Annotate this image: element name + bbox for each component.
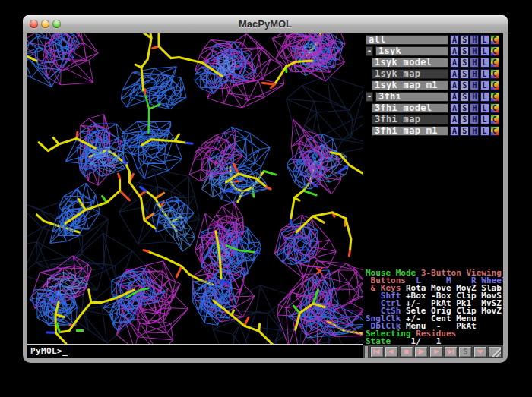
c-menu-button-3fhi_map_m1[interactable]: C [490, 126, 499, 136]
window-title: MacPyMOL [23, 18, 508, 30]
object-row-1syk_map_m1: 1syk_map_m1ASHLC [363, 80, 503, 90]
object-name-1syk_model[interactable]: 1syk_model [372, 58, 448, 68]
mouse-panel-line-9: State 1/ 1 [366, 338, 441, 345]
a-menu-button-1syk_map_m1[interactable]: A [450, 80, 459, 90]
desktop: MacPyMOL PyMOL>_ allASHLC-1sykASHLC1syk_… [0, 0, 532, 397]
skip-end-icon [445, 347, 457, 357]
down-arrow-icon [474, 347, 486, 357]
grip-icon [489, 347, 501, 357]
a-menu-button-1syk_map[interactable]: A [450, 69, 459, 79]
c-menu-button-all[interactable]: C [490, 35, 499, 45]
object-name-1syk[interactable]: 1syk [375, 46, 448, 56]
skip-start-button[interactable] [370, 346, 384, 358]
l-menu-button-3fhi_map[interactable]: L [480, 115, 489, 124]
a-menu-button-1syk_model[interactable]: A [450, 58, 459, 68]
s-menu-button-3fhi_map_m1[interactable]: S [460, 126, 469, 136]
playback-controls: S [363, 345, 503, 358]
s-menu-button-all[interactable]: S [460, 35, 469, 45]
object-row-3fhi_model: 3fhi_modelASHLC [363, 103, 503, 113]
h-menu-button-1syk_map_m1[interactable]: H [470, 80, 479, 90]
scene-button[interactable]: S [458, 346, 472, 358]
h-menu-button-all[interactable]: H [470, 35, 479, 45]
object-row-3fhi: -3fhiASHLC [363, 92, 503, 102]
h-menu-button-1syk_map[interactable]: H [470, 69, 479, 79]
stop-button[interactable] [400, 346, 413, 358]
a-menu-button-1syk[interactable]: A [450, 46, 459, 56]
object-row-3fhi_map: 3fhi_mapASHLC [363, 115, 503, 124]
object-row-1syk_model: 1syk_modelASHLC [363, 58, 503, 68]
collapse-toggle-3fhi[interactable]: - [366, 92, 373, 102]
a-menu-button-3fhi_map_m1[interactable]: A [450, 126, 459, 136]
s-menu-button-1syk_model[interactable]: S [460, 58, 469, 68]
h-menu-button-1syk_model[interactable]: H [470, 58, 479, 68]
l-menu-button-1syk_map[interactable]: L [480, 69, 489, 79]
l-menu-button-3fhi_map_m1[interactable]: L [480, 126, 489, 136]
skip-start-icon [371, 347, 383, 357]
command-prompt[interactable]: PyMOL>_ [27, 344, 363, 358]
play-icon [415, 347, 427, 357]
a-menu-button-3fhi_model[interactable]: A [450, 103, 459, 113]
l-menu-button-all[interactable]: L [480, 35, 489, 45]
l-menu-button-1syk_model[interactable]: L [480, 58, 489, 68]
h-menu-button-3fhi[interactable]: H [470, 92, 479, 102]
h-menu-button-3fhi_map_m1[interactable]: H [470, 126, 479, 136]
s-menu-button-1syk_map[interactable]: S [460, 69, 469, 79]
control-panel: allASHLC-1sykASHLC1syk_modelASHLC1syk_ma… [363, 33, 503, 358]
c-menu-button-3fhi_model[interactable]: C [490, 103, 499, 113]
object-name-1syk_map[interactable]: 1syk_map [372, 69, 448, 79]
step-back-icon [385, 347, 397, 357]
c-menu-button-1syk_map[interactable]: C [490, 69, 499, 79]
resize-grip[interactable] [488, 346, 502, 358]
object-name-all[interactable]: all [366, 35, 448, 45]
l-menu-button-1syk[interactable]: L [480, 46, 489, 56]
c-menu-button-1syk_map_m1[interactable]: C [490, 80, 499, 90]
object-row-all: allASHLC [363, 35, 503, 45]
title-bar[interactable]: MacPyMOL [23, 15, 508, 33]
step-forward-button[interactable] [429, 346, 443, 358]
object-row-1syk_map: 1syk_mapASHLC [363, 69, 503, 79]
s-menu-button-3fhi[interactable]: S [460, 92, 469, 102]
s-letter-icon: S [459, 348, 471, 356]
panel-divider[interactable] [364, 345, 369, 358]
prompt-text: PyMOL>_ [30, 346, 68, 356]
object-row-1syk: -1sykASHLC [363, 46, 503, 56]
a-menu-button-3fhi[interactable]: A [450, 92, 459, 102]
step-back-button[interactable] [385, 346, 398, 358]
menu-down-button[interactable] [473, 346, 487, 358]
c-menu-button-3fhi_map[interactable]: C [490, 115, 499, 124]
c-menu-button-1syk_model[interactable]: C [490, 58, 499, 68]
object-name-1syk_map_m1[interactable]: 1syk_map_m1 [372, 80, 448, 90]
object-name-3fhi_map_m1[interactable]: 3fhi_map_m1 [372, 126, 448, 136]
object-name-3fhi_map[interactable]: 3fhi_map [372, 115, 448, 124]
h-menu-button-3fhi_map[interactable]: H [470, 115, 479, 124]
object-name-3fhi[interactable]: 3fhi [375, 92, 448, 102]
object-name-3fhi_model[interactable]: 3fhi_model [372, 103, 448, 113]
a-menu-button-all[interactable]: A [450, 35, 459, 45]
s-menu-button-1syk_map_m1[interactable]: S [460, 80, 469, 90]
l-menu-button-3fhi_model[interactable]: L [480, 103, 489, 113]
s-menu-button-1syk[interactable]: S [460, 46, 469, 56]
skip-end-button[interactable] [444, 346, 458, 358]
h-menu-button-3fhi_model[interactable]: H [470, 103, 479, 113]
c-menu-button-1syk[interactable]: C [490, 46, 499, 56]
h-menu-button-1syk[interactable]: H [470, 46, 479, 56]
stop-icon [401, 347, 413, 357]
window-content: PyMOL>_ allASHLC-1sykASHLC1syk_modelASHL… [27, 33, 503, 358]
macpymol-window: MacPyMOL PyMOL>_ allASHLC-1sykASHLC1syk_… [23, 15, 508, 363]
collapse-toggle-1syk[interactable]: - [366, 46, 373, 56]
step-forward-icon [430, 347, 442, 357]
l-menu-button-1syk_map_m1[interactable]: L [480, 80, 489, 90]
object-row-3fhi_map_m1: 3fhi_map_m1ASHLC [363, 126, 503, 136]
c-menu-button-3fhi[interactable]: C [490, 92, 499, 102]
a-menu-button-3fhi_map[interactable]: A [450, 115, 459, 124]
play-button[interactable] [414, 346, 428, 358]
l-menu-button-3fhi[interactable]: L [480, 92, 489, 102]
viewport-3d[interactable] [27, 33, 363, 344]
s-menu-button-3fhi_model[interactable]: S [460, 103, 469, 113]
s-menu-button-3fhi_map[interactable]: S [460, 115, 469, 124]
